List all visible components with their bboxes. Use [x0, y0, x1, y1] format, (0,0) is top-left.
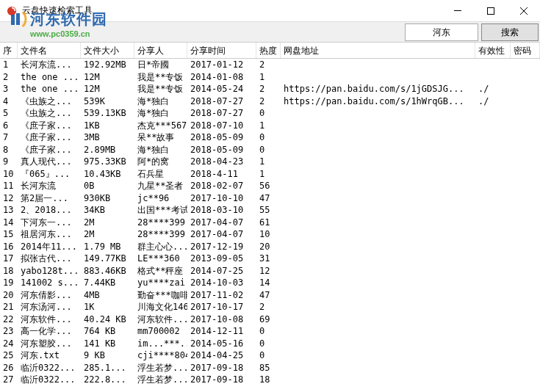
cell-size: 539K — [81, 95, 134, 108]
cell-time: 2017-10-10 — [187, 192, 256, 205]
table-row[interactable]: 23高一化学...764 KBmm7000022014-12-110 — [0, 325, 540, 338]
table-row[interactable]: 1长河东流...192.92MB日*帝國2017-01-122 — [0, 59, 540, 71]
cell-pass — [511, 228, 540, 241]
cell-seq: 24 — [0, 338, 18, 350]
cell-name: 2014年11... — [18, 241, 81, 253]
cell-sharer: 我是**专饭 — [134, 83, 187, 95]
table-row[interactable]: 17拟张古代...149.77KBLE***3602013-09-0531 — [0, 253, 540, 265]
cell-sharer: 石兵星 — [134, 168, 187, 181]
cell-valid — [475, 156, 511, 168]
cell-name: 临沂0322... — [18, 374, 81, 386]
table-row[interactable]: 162014年11...1.79 MB群主心心...2017-12-1920 — [0, 241, 540, 253]
cell-valid: ./ — [475, 95, 511, 108]
table-row[interactable]: 22河东软件...40.24 KB河东软件...2017-10-0869 — [0, 313, 540, 326]
cell-valid — [475, 217, 511, 229]
maximize-button[interactable] — [474, 0, 507, 21]
table-row[interactable]: 20河东倩影...4MB勤奋***咖啡2017-11-0247 — [0, 289, 540, 302]
cell-name: 真人现代... — [18, 156, 81, 168]
close-button[interactable] — [507, 0, 540, 21]
table-row[interactable]: 26临沂0322...285.1...浮生若梦...2017-09-1885 — [0, 362, 540, 374]
cell-size: 149.77KB — [81, 253, 134, 265]
col-seq[interactable]: 序 — [0, 43, 18, 58]
table-row[interactable]: 10『065』...10.43KB石兵星2018-4-111 — [0, 168, 540, 181]
cell-heat: 47 — [256, 192, 281, 205]
search-input[interactable] — [405, 23, 478, 41]
cell-pass — [511, 325, 540, 338]
table-row[interactable]: 132、2018...34KB出国***考试2018-03-1055 — [0, 204, 540, 217]
cell-url — [281, 204, 475, 217]
minimize-button[interactable] — [441, 0, 474, 21]
cell-pass — [511, 204, 540, 217]
col-url[interactable]: 网盘地址 — [281, 43, 475, 58]
col-sharer[interactable]: 分享人 — [134, 43, 187, 58]
table-row[interactable]: 18yabo128t...883.46KB格式**秤座2014-07-2512 — [0, 265, 540, 277]
table-row[interactable]: 11长河东流0B九星**圣者2018-02-0756 — [0, 180, 540, 192]
cell-valid — [475, 107, 511, 120]
cell-heat: 1 — [256, 168, 281, 181]
cell-pass — [511, 168, 540, 181]
table-row[interactable]: 15祖居河东...2M28****3992017-04-0710 — [0, 228, 540, 241]
cell-heat: 0 — [256, 325, 281, 338]
cell-valid — [475, 192, 511, 205]
app-icon — [6, 5, 18, 17]
col-validity[interactable]: 有效性 — [475, 43, 511, 58]
cell-size: 2.89MB — [81, 144, 134, 156]
cell-pass — [511, 83, 540, 95]
table-row[interactable]: 24河东塑胶...141 KBim...***...2014-05-160 — [0, 338, 540, 350]
cell-name: 2、2018... — [18, 204, 81, 217]
cell-url — [281, 313, 475, 326]
col-sharetime[interactable]: 分享时间 — [187, 43, 256, 58]
col-password[interactable]: 密码 — [511, 43, 540, 58]
table-row[interactable]: 19141002 s...7.44KByu****zai2014-10-0314 — [0, 277, 540, 289]
cell-name: 《庶子家... — [18, 144, 81, 156]
table-body[interactable]: 1长河东流...192.92MB日*帝國2017-01-1222the one … — [0, 59, 540, 391]
cell-url — [281, 180, 475, 192]
cell-valid — [475, 59, 511, 71]
table-row[interactable]: 5《虫族之...539.13KB海*独白2018-07-270 — [0, 107, 540, 120]
cell-sharer: jc**96 — [134, 192, 187, 205]
cell-valid — [475, 313, 511, 326]
cell-url — [281, 289, 475, 302]
cell-valid — [475, 253, 511, 265]
table-row[interactable]: 9真人现代...975.33KB阿*的窝2018-04-231 — [0, 156, 540, 168]
table-row[interactable]: 14下河东一...2M28****3992017-04-0761 — [0, 217, 540, 229]
table-row[interactable]: 12第2届一...930KBjc**962017-10-1047 — [0, 192, 540, 205]
cell-heat: 31 — [256, 253, 281, 265]
cell-size: 7.44KB — [81, 277, 134, 289]
col-filesize[interactable]: 文件大小 — [81, 43, 134, 58]
cell-time: 2017-10-17 — [187, 301, 256, 313]
cell-sharer: 呆**故事 — [134, 131, 187, 144]
cell-seq: 7 — [0, 131, 18, 144]
col-filename[interactable]: 文件名 — [18, 43, 81, 58]
cell-sharer: 出国***考试 — [134, 204, 187, 217]
cell-heat: 18 — [256, 374, 281, 386]
cell-pass — [511, 144, 540, 156]
cell-size: 1KB — [81, 120, 134, 132]
table-row[interactable]: 21河东汤河...1K川海文化1462017-10-172 — [0, 301, 540, 313]
cell-sharer: 河东软件... — [134, 313, 187, 326]
table-row[interactable]: 27临沂0322...222.8...浮生若梦...2017-09-1818 — [0, 374, 540, 386]
cell-size: 1.79 MB — [81, 241, 134, 253]
col-heat[interactable]: 热度 — [256, 43, 281, 58]
table-row[interactable]: 8《庶子家...2.89MB海*独白2018-05-090 — [0, 144, 540, 156]
cell-pass — [511, 241, 540, 253]
cell-size: 40.24 KB — [81, 313, 134, 326]
cell-pass — [511, 217, 540, 229]
cell-heat: 85 — [256, 362, 281, 374]
cell-time: 2018-07-27 — [187, 107, 256, 120]
table-row[interactable]: 6《庶子家...1KB杰克***5672018-07-101 — [0, 120, 540, 132]
cell-valid — [475, 120, 511, 132]
table-row[interactable]: 2the one ...12M我是**专饭2014-01-081 — [0, 71, 540, 84]
table-row[interactable]: 4《虫族之...539K海*独白2018-07-272https://pan.b… — [0, 95, 540, 108]
cell-name: 河东倩影... — [18, 289, 81, 302]
table-row[interactable]: 7《庶子家...3MB呆**故事2018-05-090 — [0, 131, 540, 144]
cell-name: 临沂0322... — [18, 362, 81, 374]
cell-name: 河东软件... — [18, 313, 81, 326]
cell-time: 2018-05-09 — [187, 131, 256, 144]
table-row[interactable]: 25河东.txt9 KBcji****80412014-04-250 — [0, 349, 540, 362]
table-row[interactable]: 3the one ...12M我是**专饭2014-05-242https://… — [0, 83, 540, 95]
search-button[interactable]: 搜索 — [481, 23, 539, 41]
cell-seq: 2 — [0, 71, 18, 84]
cell-time: 2018-03-10 — [187, 204, 256, 217]
cell-sharer: 阿*的窝 — [134, 156, 187, 168]
